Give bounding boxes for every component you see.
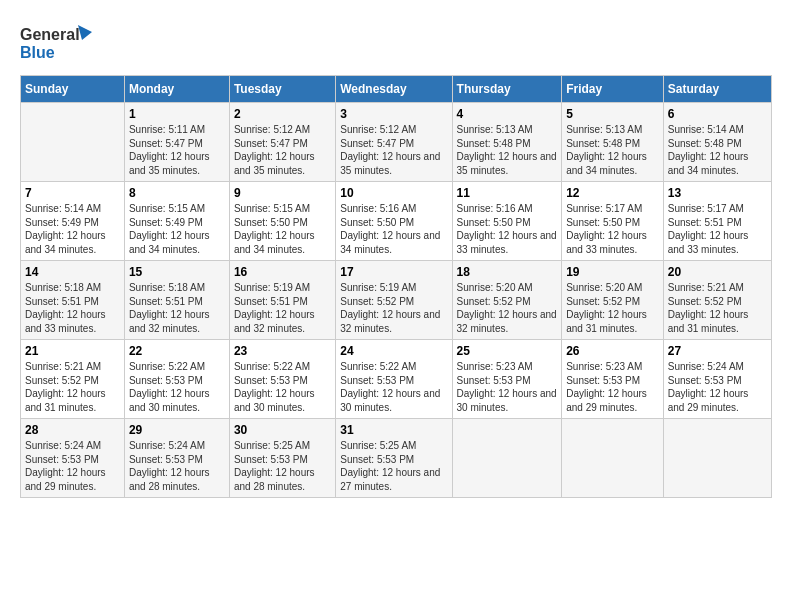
day-info: Sunrise: 5:22 AMSunset: 5:53 PMDaylight:… [129,360,225,414]
svg-text:General: General [20,26,80,43]
day-info: Sunrise: 5:16 AMSunset: 5:50 PMDaylight:… [340,202,447,256]
svg-text:Blue: Blue [20,44,55,61]
day-cell: 31Sunrise: 5:25 AMSunset: 5:53 PMDayligh… [336,419,452,498]
day-cell [562,419,664,498]
day-cell: 7Sunrise: 5:14 AMSunset: 5:49 PMDaylight… [21,182,125,261]
day-cell: 8Sunrise: 5:15 AMSunset: 5:49 PMDaylight… [124,182,229,261]
day-info: Sunrise: 5:24 AMSunset: 5:53 PMDaylight:… [129,439,225,493]
day-info: Sunrise: 5:16 AMSunset: 5:50 PMDaylight:… [457,202,558,256]
day-cell: 22Sunrise: 5:22 AMSunset: 5:53 PMDayligh… [124,340,229,419]
day-info: Sunrise: 5:24 AMSunset: 5:53 PMDaylight:… [668,360,767,414]
day-number: 9 [234,186,331,200]
svg-marker-2 [78,25,92,40]
day-info: Sunrise: 5:22 AMSunset: 5:53 PMDaylight:… [234,360,331,414]
day-number: 2 [234,107,331,121]
logo: GeneralBlue [20,20,100,65]
day-cell: 11Sunrise: 5:16 AMSunset: 5:50 PMDayligh… [452,182,562,261]
day-cell: 18Sunrise: 5:20 AMSunset: 5:52 PMDayligh… [452,261,562,340]
day-cell [663,419,771,498]
day-cell: 2Sunrise: 5:12 AMSunset: 5:47 PMDaylight… [229,103,335,182]
day-number: 18 [457,265,558,279]
day-number: 5 [566,107,659,121]
day-info: Sunrise: 5:12 AMSunset: 5:47 PMDaylight:… [234,123,331,177]
day-cell: 12Sunrise: 5:17 AMSunset: 5:50 PMDayligh… [562,182,664,261]
day-cell: 27Sunrise: 5:24 AMSunset: 5:53 PMDayligh… [663,340,771,419]
day-info: Sunrise: 5:19 AMSunset: 5:52 PMDaylight:… [340,281,447,335]
day-number: 27 [668,344,767,358]
page-header: GeneralBlue [20,20,772,65]
day-cell: 30Sunrise: 5:25 AMSunset: 5:53 PMDayligh… [229,419,335,498]
day-cell: 29Sunrise: 5:24 AMSunset: 5:53 PMDayligh… [124,419,229,498]
day-number: 19 [566,265,659,279]
day-info: Sunrise: 5:13 AMSunset: 5:48 PMDaylight:… [457,123,558,177]
day-number: 26 [566,344,659,358]
week-row-5: 28Sunrise: 5:24 AMSunset: 5:53 PMDayligh… [21,419,772,498]
day-info: Sunrise: 5:19 AMSunset: 5:51 PMDaylight:… [234,281,331,335]
day-cell: 17Sunrise: 5:19 AMSunset: 5:52 PMDayligh… [336,261,452,340]
day-number: 3 [340,107,447,121]
day-number: 25 [457,344,558,358]
day-number: 10 [340,186,447,200]
column-header-monday: Monday [124,76,229,103]
day-number: 4 [457,107,558,121]
day-info: Sunrise: 5:18 AMSunset: 5:51 PMDaylight:… [129,281,225,335]
day-cell: 16Sunrise: 5:19 AMSunset: 5:51 PMDayligh… [229,261,335,340]
column-header-saturday: Saturday [663,76,771,103]
day-number: 23 [234,344,331,358]
day-info: Sunrise: 5:13 AMSunset: 5:48 PMDaylight:… [566,123,659,177]
header-row: SundayMondayTuesdayWednesdayThursdayFrid… [21,76,772,103]
week-row-3: 14Sunrise: 5:18 AMSunset: 5:51 PMDayligh… [21,261,772,340]
day-number: 24 [340,344,447,358]
day-cell: 25Sunrise: 5:23 AMSunset: 5:53 PMDayligh… [452,340,562,419]
day-info: Sunrise: 5:17 AMSunset: 5:50 PMDaylight:… [566,202,659,256]
day-info: Sunrise: 5:20 AMSunset: 5:52 PMDaylight:… [566,281,659,335]
day-cell: 24Sunrise: 5:22 AMSunset: 5:53 PMDayligh… [336,340,452,419]
day-cell: 20Sunrise: 5:21 AMSunset: 5:52 PMDayligh… [663,261,771,340]
day-number: 31 [340,423,447,437]
day-cell: 4Sunrise: 5:13 AMSunset: 5:48 PMDaylight… [452,103,562,182]
column-header-tuesday: Tuesday [229,76,335,103]
day-cell: 15Sunrise: 5:18 AMSunset: 5:51 PMDayligh… [124,261,229,340]
day-cell: 28Sunrise: 5:24 AMSunset: 5:53 PMDayligh… [21,419,125,498]
day-cell: 9Sunrise: 5:15 AMSunset: 5:50 PMDaylight… [229,182,335,261]
day-cell: 26Sunrise: 5:23 AMSunset: 5:53 PMDayligh… [562,340,664,419]
week-row-4: 21Sunrise: 5:21 AMSunset: 5:52 PMDayligh… [21,340,772,419]
day-info: Sunrise: 5:12 AMSunset: 5:47 PMDaylight:… [340,123,447,177]
day-cell: 5Sunrise: 5:13 AMSunset: 5:48 PMDaylight… [562,103,664,182]
day-cell: 14Sunrise: 5:18 AMSunset: 5:51 PMDayligh… [21,261,125,340]
day-cell: 1Sunrise: 5:11 AMSunset: 5:47 PMDaylight… [124,103,229,182]
logo-icon: GeneralBlue [20,20,100,65]
day-info: Sunrise: 5:20 AMSunset: 5:52 PMDaylight:… [457,281,558,335]
day-number: 28 [25,423,120,437]
day-number: 30 [234,423,331,437]
day-cell: 6Sunrise: 5:14 AMSunset: 5:48 PMDaylight… [663,103,771,182]
day-number: 1 [129,107,225,121]
column-header-thursday: Thursday [452,76,562,103]
day-number: 22 [129,344,225,358]
day-number: 20 [668,265,767,279]
day-info: Sunrise: 5:23 AMSunset: 5:53 PMDaylight:… [566,360,659,414]
column-header-friday: Friday [562,76,664,103]
day-number: 12 [566,186,659,200]
day-info: Sunrise: 5:11 AMSunset: 5:47 PMDaylight:… [129,123,225,177]
day-number: 29 [129,423,225,437]
column-header-sunday: Sunday [21,76,125,103]
day-info: Sunrise: 5:22 AMSunset: 5:53 PMDaylight:… [340,360,447,414]
day-info: Sunrise: 5:23 AMSunset: 5:53 PMDaylight:… [457,360,558,414]
week-row-1: 1Sunrise: 5:11 AMSunset: 5:47 PMDaylight… [21,103,772,182]
day-cell: 13Sunrise: 5:17 AMSunset: 5:51 PMDayligh… [663,182,771,261]
day-info: Sunrise: 5:25 AMSunset: 5:53 PMDaylight:… [340,439,447,493]
day-cell: 3Sunrise: 5:12 AMSunset: 5:47 PMDaylight… [336,103,452,182]
day-info: Sunrise: 5:18 AMSunset: 5:51 PMDaylight:… [25,281,120,335]
day-number: 6 [668,107,767,121]
day-info: Sunrise: 5:17 AMSunset: 5:51 PMDaylight:… [668,202,767,256]
day-number: 7 [25,186,120,200]
day-cell: 10Sunrise: 5:16 AMSunset: 5:50 PMDayligh… [336,182,452,261]
day-number: 17 [340,265,447,279]
day-cell [452,419,562,498]
day-info: Sunrise: 5:15 AMSunset: 5:49 PMDaylight:… [129,202,225,256]
day-cell: 19Sunrise: 5:20 AMSunset: 5:52 PMDayligh… [562,261,664,340]
day-info: Sunrise: 5:25 AMSunset: 5:53 PMDaylight:… [234,439,331,493]
calendar-table: SundayMondayTuesdayWednesdayThursdayFrid… [20,75,772,498]
day-cell: 23Sunrise: 5:22 AMSunset: 5:53 PMDayligh… [229,340,335,419]
